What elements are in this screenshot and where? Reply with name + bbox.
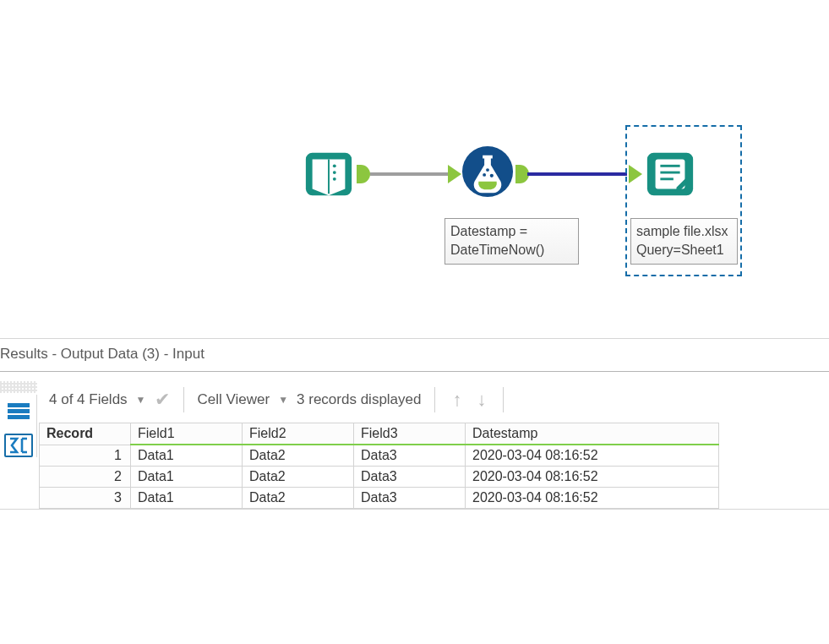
column-header-field2[interactable]: Field2 — [243, 423, 354, 445]
column-header-record[interactable]: Record — [40, 423, 131, 445]
workflow-canvas[interactable]: Datestamp = DateTimeNow() sample file.xl… — [0, 0, 829, 338]
table-row[interactable]: 2Data1Data2Data32020-03-04 08:16:52 — [40, 467, 719, 488]
fields-summary[interactable]: 4 of 4 Fields — [49, 391, 128, 408]
column-header-field3[interactable]: Field3 — [354, 423, 466, 445]
svg-point-5 — [486, 168, 489, 172]
folder-book-icon — [303, 148, 355, 200]
anchor-output[interactable] — [357, 165, 370, 183]
anchor-input[interactable] — [629, 165, 642, 183]
row-number-cell[interactable]: 1 — [40, 445, 131, 467]
output-tool-annotation[interactable]: sample file.xlsx Query=Sheet1 — [630, 218, 738, 265]
svg-rect-14 — [8, 409, 30, 413]
formula-tool[interactable] — [461, 145, 514, 198]
annotation-line: Datestamp = — [450, 222, 573, 241]
column-header-field1[interactable]: Field1 — [131, 423, 243, 445]
connector-input-to-formula[interactable] — [370, 172, 450, 176]
toolbar-separator — [183, 387, 184, 412]
anchor-input[interactable] — [448, 165, 461, 183]
results-title: Results - Output Data (3) - Input — [0, 339, 829, 372]
input-data-tool[interactable] — [303, 148, 355, 200]
cell-field1[interactable]: Data1 — [131, 445, 243, 467]
svg-rect-13 — [8, 403, 30, 407]
column-header-datestamp[interactable]: Datestamp — [466, 423, 719, 445]
list-lines-icon — [8, 403, 30, 420]
svg-point-3 — [333, 177, 336, 181]
prev-record-button[interactable]: ↑ — [449, 389, 465, 411]
cell-field1[interactable]: Data1 — [131, 488, 243, 509]
cell-datestamp[interactable]: 2020-03-04 08:16:52 — [466, 467, 719, 488]
cell-field2[interactable]: Data2 — [243, 445, 354, 467]
results-side-toolbar — [0, 395, 37, 457]
toolbar-separator — [503, 387, 504, 412]
annotation-line: DateTimeNow() — [450, 241, 573, 259]
results-pane: Results - Output Data (3) - Input 4 of 4… — [0, 338, 829, 510]
annotation-line: Query=Sheet1 — [636, 241, 732, 259]
flask-icon — [461, 145, 514, 198]
next-record-button[interactable]: ↓ — [473, 389, 489, 411]
formula-tool-annotation[interactable]: Datestamp = DateTimeNow() — [444, 218, 579, 265]
table-header-row: Record Field1 Field2 Field3 Datestamp — [40, 423, 719, 445]
cell-field1[interactable]: Data1 — [131, 467, 243, 488]
toolbar-separator — [434, 387, 435, 412]
cell-field2[interactable]: Data2 — [243, 467, 354, 488]
svg-point-2 — [333, 171, 336, 174]
apply-checkmark-icon[interactable]: ✔ — [155, 389, 170, 411]
cell-viewer-label[interactable]: Cell Viewer — [198, 391, 270, 408]
table-row[interactable]: 1Data1Data2Data32020-03-04 08:16:52 — [40, 445, 719, 467]
cell-datestamp[interactable]: 2020-03-04 08:16:52 — [466, 488, 719, 509]
folder-write-icon — [644, 148, 696, 200]
svg-point-7 — [490, 174, 494, 177]
svg-point-1 — [333, 164, 336, 167]
svg-rect-15 — [8, 415, 30, 419]
metadata-view-button[interactable] — [4, 434, 33, 457]
cell-field3[interactable]: Data3 — [354, 445, 466, 467]
table-row[interactable]: 3Data1Data2Data32020-03-04 08:16:52 — [40, 488, 719, 509]
fields-dropdown-icon[interactable]: ▼ — [136, 394, 146, 406]
cell-field3[interactable]: Data3 — [354, 488, 466, 509]
output-data-tool[interactable] — [644, 148, 696, 200]
results-toolbar: 4 of 4 Fields ▼ ✔ Cell Viewer ▼ 3 record… — [0, 372, 829, 423]
cell-field3[interactable]: Data3 — [354, 467, 466, 488]
records-view-button[interactable] — [4, 400, 33, 423]
cell-field2[interactable]: Data2 — [243, 488, 354, 509]
results-table[interactable]: Record Field1 Field2 Field3 Datestamp 1D… — [39, 423, 719, 509]
cell-viewer-dropdown-icon[interactable]: ▼ — [278, 394, 288, 406]
pane-grip[interactable] — [0, 381, 37, 393]
sigma-bracket-icon — [8, 437, 29, 454]
svg-point-6 — [483, 173, 486, 177]
row-number-cell[interactable]: 3 — [40, 488, 131, 509]
cell-datestamp[interactable]: 2020-03-04 08:16:52 — [466, 445, 719, 467]
connector-formula-to-output[interactable] — [527, 172, 627, 176]
row-number-cell[interactable]: 2 — [40, 467, 131, 488]
records-summary: 3 records displayed — [297, 391, 421, 408]
annotation-line: sample file.xlsx — [636, 222, 732, 241]
